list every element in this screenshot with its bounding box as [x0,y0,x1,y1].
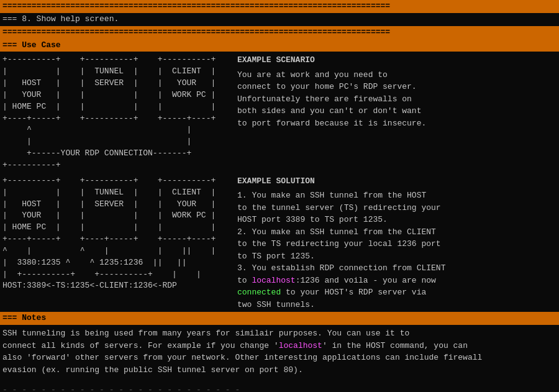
notes-line-4: evasion (ex. running the public SSH tunn… [2,364,557,376]
step-line: === 8. Show help screen. [0,13,559,26]
solution-text: 1. You make an SSH tunnel from the HOST … [237,189,557,311]
scenario-section: +----------+ +----------+ +----------+ |… [0,52,559,172]
bottom-separator-bar: ========================================… [0,26,559,39]
notes-line-3: also 'forward' other servers from your n… [2,352,557,364]
localhost-highlight-1: localhost [252,276,295,285]
notes-line-2: connect all kinds of servers. For exampl… [2,340,557,352]
solution-title: EXAMPLE SOLUTION [237,175,557,188]
scenario-diagram: +----------+ +----------+ +----------+ |… [2,54,232,171]
scenario-description: EXAMPLE SCENARIO You are at work and you… [232,54,557,171]
notes-content: SSH tunneling is being used from many ye… [0,325,559,378]
localhost-highlight-2: localhost [279,341,322,350]
use-case-header: === Use Case [0,39,559,52]
scenario-title: EXAMPLE SCENARIO [237,54,557,66]
top-separator-bar: ========================================… [0,0,559,13]
solution-section: +----------+ +----------+ +----------+ |… [0,173,559,312]
notes-line-1: SSH tunneling is being used from many ye… [2,327,557,340]
scenario-text: You are at work and you need to connect … [237,69,557,130]
solution-description: EXAMPLE SOLUTION 1. You make an SSH tunn… [232,175,557,311]
connected-highlight: connected [237,288,281,297]
solution-diagram: +----------+ +----------+ +----------+ |… [2,175,232,311]
notes-header: === Notes [0,312,559,325]
separator-line: - - - - - - - - - - - - - - - - - - - - … [0,383,559,392]
